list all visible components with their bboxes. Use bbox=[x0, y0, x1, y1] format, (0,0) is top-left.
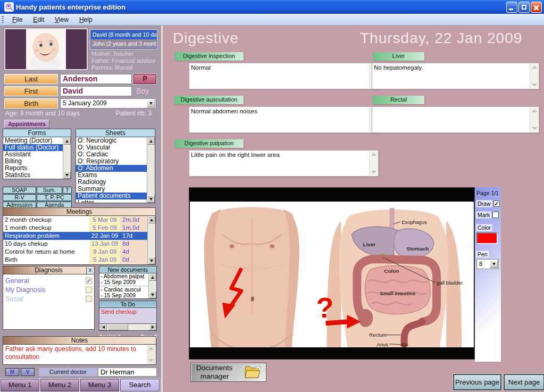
list-item[interactable]: Statistics bbox=[3, 172, 63, 179]
child-item-david[interactable]: David (8 month and 10 day bbox=[91, 30, 156, 39]
color-swatch[interactable] bbox=[476, 232, 498, 244]
current-doctor-label: Current doctor bbox=[39, 368, 97, 376]
scroll-left-icon[interactable] bbox=[99, 324, 107, 330]
appointments-button[interactable]: Appointments bbox=[4, 120, 49, 128]
minimize-button[interactable] bbox=[506, 2, 517, 13]
sheets-scrollbar[interactable] bbox=[147, 137, 155, 203]
last-name-field[interactable]: Anderson bbox=[60, 74, 132, 84]
scroll-up-icon[interactable] bbox=[148, 216, 155, 223]
first-name-label[interactable]: First bbox=[4, 86, 58, 96]
list-item[interactable]: General ✓ bbox=[5, 276, 92, 285]
scroll-down-icon[interactable] bbox=[148, 359, 154, 362]
new-documents-list: - Abdomen palpat - 15 Sep 2009 - Cardiac… bbox=[99, 273, 157, 299]
inspection-textbox[interactable]: Normal bbox=[189, 63, 379, 89]
checkbox[interactable]: ✓ bbox=[86, 278, 92, 284]
anatomy-image-canvas[interactable]: Esophagus Liver Stomach Colon gall bladd… bbox=[190, 202, 474, 347]
scroll-up-icon[interactable] bbox=[148, 347, 154, 350]
diagnosis-header: Diagnosis x bbox=[3, 266, 95, 274]
menu-view[interactable]: View bbox=[49, 15, 74, 24]
list-item[interactable]: My Diagnosis bbox=[5, 285, 92, 294]
anatomy-image-widget[interactable]: Esophagus Liver Stomach Colon gall bladd… bbox=[189, 187, 475, 360]
previous-page-button[interactable]: Previous page bbox=[453, 374, 501, 390]
restore-button[interactable] bbox=[518, 2, 530, 13]
current-doctor-field[interactable]: Dr Herman bbox=[98, 368, 157, 377]
checkbox[interactable] bbox=[86, 287, 92, 293]
list-item[interactable]: Send checkup bbox=[101, 308, 155, 315]
close-button[interactable] bbox=[531, 2, 542, 13]
age-text: Age: 8 month and 10 days bbox=[5, 110, 80, 117]
rv-button[interactable]: R-V bbox=[3, 194, 36, 201]
child-item-john[interactable]: John (2 years and 3 month) bbox=[91, 39, 156, 48]
documents-manager-button[interactable]: Documents manager bbox=[190, 363, 266, 382]
todo-header: To Do bbox=[99, 301, 157, 308]
menu-file[interactable]: File bbox=[7, 15, 28, 24]
scroll-down-icon[interactable] bbox=[147, 195, 155, 203]
birth-date-select[interactable]: 5 January 2009 bbox=[60, 98, 156, 109]
sum-button[interactable]: Sum. bbox=[37, 187, 62, 194]
new-documents-header: New documents bbox=[99, 266, 157, 273]
scrollbar-thumb[interactable] bbox=[108, 324, 128, 330]
next-page-button[interactable]: Next page bbox=[504, 374, 544, 390]
menu-bar: File Edit View Help bbox=[0, 14, 544, 26]
notes-scrollbar[interactable] bbox=[147, 345, 155, 364]
pen-size-select[interactable]: 8 bbox=[476, 259, 499, 269]
scroll-down-icon[interactable] bbox=[148, 257, 155, 264]
m-button[interactable]: M bbox=[5, 368, 19, 376]
notes-box[interactable]: Father ask many questions, add 10 minute… bbox=[3, 345, 156, 365]
v-button[interactable]: V bbox=[21, 368, 35, 376]
scroll-up-icon[interactable] bbox=[63, 137, 71, 145]
tppc-button[interactable]: T, P, PC bbox=[37, 194, 72, 201]
t-button[interactable]: T bbox=[63, 187, 72, 194]
diagnosis-close-button[interactable]: x bbox=[86, 267, 94, 274]
forms-scrollbar[interactable] bbox=[63, 137, 71, 179]
p-button[interactable]: P bbox=[133, 74, 156, 84]
new-documents-scrollbar[interactable] bbox=[148, 273, 156, 298]
todo-scrollbar[interactable] bbox=[99, 324, 157, 331]
scroll-down-icon[interactable] bbox=[371, 171, 376, 174]
menu-edit[interactable]: Edit bbox=[28, 15, 49, 24]
soap-button[interactable]: SOAP bbox=[3, 187, 36, 194]
scroll-down-icon[interactable] bbox=[532, 84, 537, 87]
scroll-up-icon[interactable] bbox=[532, 109, 537, 112]
menu3-button[interactable]: Menu 3 bbox=[80, 379, 119, 391]
table-row[interactable]: 10 days chekup13 Jan 098d bbox=[3, 240, 148, 248]
menu-help[interactable]: Help bbox=[74, 15, 98, 24]
scroll-down-icon[interactable] bbox=[63, 171, 71, 179]
table-row[interactable]: 2 month checkup5 Mar 092m.0d bbox=[3, 216, 148, 224]
meetings-panel: Meetings 2 month checkup5 Mar 092m.0d 1 … bbox=[3, 207, 156, 265]
scroll-up-icon[interactable] bbox=[147, 137, 155, 145]
notes-text: Father ask many questions, add 10 minute… bbox=[3, 345, 144, 362]
scroll-down-icon[interactable] bbox=[149, 291, 156, 298]
list-item[interactable]: - 15 Sep 2009 bbox=[99, 279, 148, 285]
checkbox[interactable] bbox=[86, 296, 92, 302]
meetings-scrollbar[interactable] bbox=[147, 216, 155, 264]
rectal-textbox[interactable] bbox=[372, 106, 539, 133]
dropdown-arrow-icon[interactable] bbox=[147, 99, 155, 107]
table-row[interactable]: Birth5 Jan 090d bbox=[3, 256, 148, 264]
list-item[interactable]: - 15 Sep 2009 bbox=[99, 293, 148, 298]
menu1-button[interactable]: Menu 1 bbox=[1, 379, 39, 391]
auscultation-textbox[interactable]: Normal abdomen noises bbox=[189, 106, 379, 133]
table-row[interactable]: Control for return at home9 Jan 094d bbox=[3, 248, 148, 256]
scroll-up-icon[interactable] bbox=[371, 153, 376, 156]
menu2-button[interactable]: Menu 2 bbox=[40, 379, 79, 391]
mark-checkbox[interactable] bbox=[492, 212, 499, 218]
liver-textbox[interactable]: No hepatomegaly. bbox=[372, 63, 539, 89]
search-button[interactable]: Search bbox=[120, 379, 160, 391]
palpation-textbox[interactable]: Little pain on the right lower area bbox=[189, 150, 379, 177]
scroll-right-icon[interactable] bbox=[149, 324, 156, 330]
table-row[interactable]: 1 month checkup5 Feb 091m.0d bbox=[3, 224, 148, 232]
table-row[interactable]: Respiration problem22 Jan 0917d bbox=[3, 232, 148, 240]
first-name-field[interactable]: David bbox=[60, 86, 132, 96]
list-item[interactable]: Letter bbox=[76, 199, 147, 203]
scroll-down-icon[interactable] bbox=[532, 127, 537, 130]
birth-label[interactable]: Birth bbox=[4, 98, 58, 109]
scroll-up-icon[interactable] bbox=[149, 273, 156, 281]
scroll-up-icon[interactable] bbox=[532, 65, 537, 69]
draw-checkbox[interactable]: ✓ bbox=[493, 201, 500, 207]
parents-info: Parents: Maried bbox=[91, 64, 160, 71]
notes-panel: Notes Father ask many questions, add 10 … bbox=[3, 336, 156, 365]
dropdown-arrow-icon[interactable] bbox=[490, 260, 498, 268]
list-item[interactable]: Social bbox=[5, 294, 92, 303]
last-name-label[interactable]: Last bbox=[4, 74, 58, 84]
